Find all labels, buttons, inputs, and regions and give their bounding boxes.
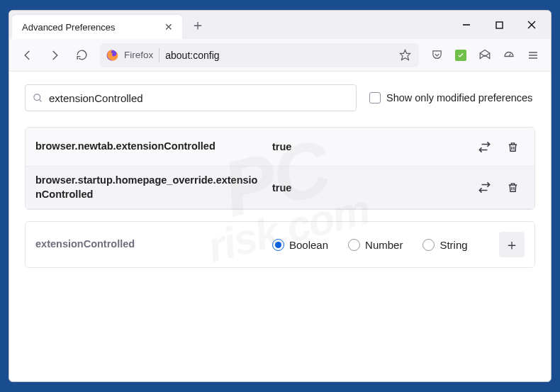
extension-icon[interactable] [449, 43, 473, 67]
radio-string[interactable]: String [422, 239, 467, 251]
pref-row[interactable]: browser.newtab.extensionControlled true [26, 128, 534, 167]
tab-title: Advanced Preferences [22, 22, 162, 33]
checkbox-label: Show only modified preferences [386, 92, 532, 103]
pref-name: browser.newtab.extensionControlled [35, 140, 264, 154]
back-button[interactable] [15, 43, 40, 67]
new-pref-name: extensionControlled [35, 237, 264, 252]
search-row: Show only modified preferences [25, 84, 535, 111]
pref-row[interactable]: browser.startup.homepage_override.extens… [26, 167, 534, 209]
window-controls [450, 11, 548, 39]
radio-number[interactable]: Number [348, 239, 403, 251]
tab-advanced-preferences[interactable]: Advanced Preferences ✕ [12, 15, 182, 39]
pref-value: true [272, 141, 464, 152]
dashboard-icon[interactable] [497, 43, 521, 67]
reload-button[interactable] [69, 43, 94, 67]
menu-button[interactable] [521, 43, 545, 67]
checkbox-icon [369, 92, 381, 103]
radio-icon [272, 239, 284, 251]
toolbar-right [425, 43, 545, 67]
close-icon[interactable]: ✕ [162, 21, 175, 33]
bookmark-star-icon[interactable] [395, 49, 415, 61]
browser-window: Advanced Preferences ✕ ＋ Firef [9, 10, 551, 382]
svg-point-10 [34, 94, 40, 100]
radio-icon [422, 239, 435, 251]
navigation-toolbar: Firefox about:config [9, 39, 551, 72]
minimize-button[interactable] [450, 11, 483, 39]
svg-rect-1 [496, 22, 503, 28]
pref-value: true [272, 182, 464, 194]
close-window-button[interactable] [515, 11, 548, 39]
mail-icon[interactable] [473, 43, 497, 67]
toggle-button[interactable] [472, 176, 496, 200]
search-icon [33, 93, 43, 103]
identity-label: Firefox [124, 50, 153, 60]
preferences-table: browser.newtab.extensionControlled true … [25, 127, 535, 210]
new-tab-button[interactable]: ＋ [186, 13, 209, 36]
new-pref-table: extensionControlled Boolean Number Strin… [25, 221, 535, 268]
delete-button[interactable] [500, 176, 525, 200]
svg-line-11 [39, 99, 41, 101]
firefox-icon [106, 49, 118, 62]
pocket-icon[interactable] [425, 43, 449, 67]
radio-boolean[interactable]: Boolean [272, 239, 328, 251]
modified-only-checkbox[interactable]: Show only modified preferences [369, 92, 532, 103]
forward-button[interactable] [42, 43, 67, 67]
address-bar[interactable]: Firefox about:config [100, 43, 419, 67]
toggle-button[interactable] [472, 135, 496, 159]
radio-icon [348, 239, 360, 251]
svg-marker-5 [400, 50, 410, 60]
url-text: about:config [165, 50, 389, 61]
search-input[interactable] [49, 92, 349, 104]
add-button[interactable]: ＋ [499, 232, 525, 257]
about-config-content: Show only modified preferences browser.n… [9, 72, 551, 381]
delete-button[interactable] [500, 135, 525, 159]
search-box[interactable] [25, 84, 357, 111]
pref-name: browser.startup.homepage_override.extens… [35, 174, 264, 201]
type-radio-group: Boolean Number String [272, 239, 491, 251]
new-pref-row: extensionControlled Boolean Number Strin… [26, 222, 534, 267]
tab-bar: Advanced Preferences ✕ ＋ [9, 11, 551, 39]
maximize-button[interactable] [483, 11, 515, 39]
